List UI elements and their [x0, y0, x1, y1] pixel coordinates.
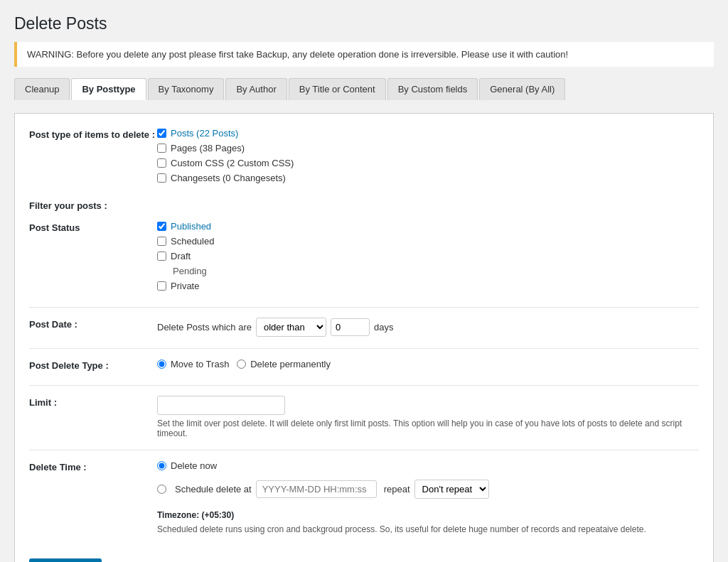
post-type-row: Post type of items to delete : Posts (22…	[29, 128, 699, 188]
tab-by-taxonomy[interactable]: By Taxonomy	[148, 78, 225, 100]
post-type-option-changesets: Changesets (0 Changesets)	[157, 173, 699, 183]
post-status-label-published[interactable]: Published	[171, 221, 211, 232]
warning-box: WARNING: Before you delete any post plea…	[14, 42, 714, 67]
post-type-label-posts[interactable]: Posts (22 Posts)	[171, 128, 238, 139]
schedule-delete-radio[interactable]	[157, 485, 166, 494]
page-title: Delete Posts	[14, 14, 714, 33]
delete-permanently-label[interactable]: Delete permanently	[250, 359, 331, 369]
timezone-label: Timezone: (+05:30)	[157, 510, 699, 520]
move-to-trash-radio[interactable]	[157, 360, 166, 369]
post-date-select[interactable]: older thannewer than	[256, 318, 326, 337]
post-status-pending-label: Pending	[173, 266, 699, 276]
post-delete-type-row: Post Delete Type : Move to Trash Delete …	[29, 359, 699, 374]
post-status-options: PublishedScheduledDraftPendingPrivate	[157, 221, 699, 296]
post-status-option-draft: Draft	[157, 251, 699, 261]
post-type-label-custom-css[interactable]: Custom CSS (2 Custom CSS)	[171, 158, 294, 168]
post-type-label-pages[interactable]: Pages (38 Pages)	[171, 143, 245, 153]
post-status-checkbox-scheduled[interactable]	[157, 237, 166, 246]
content-area: Post type of items to delete : Posts (22…	[14, 113, 714, 562]
post-type-checkbox-pages[interactable]	[157, 144, 166, 153]
delete-now-label[interactable]: Delete now	[171, 460, 217, 471]
limit-content: Set the limit over post delete. It will …	[157, 396, 699, 438]
schedule-delete-label[interactable]: Schedule delete at	[175, 484, 252, 495]
tab-by-title-or-content[interactable]: By Title or Content	[289, 78, 386, 100]
post-status-option-published: Published	[157, 221, 699, 232]
post-type-label-changesets[interactable]: Changesets (0 Changesets)	[171, 173, 286, 183]
delete-time-label: Delete Time :	[29, 460, 157, 472]
post-status-label-private[interactable]: Private	[171, 281, 199, 291]
timezone-note: Scheduled delete runs using cron and bac…	[157, 524, 697, 534]
repeat-select[interactable]: Don't repeatHourlyDailyWeekly	[414, 480, 489, 499]
post-status-row: Post Status PublishedScheduledDraftPendi…	[29, 221, 699, 296]
post-date-label: Post Date :	[29, 318, 157, 330]
tab-by-posttype[interactable]: By Posttype	[71, 78, 146, 100]
limit-row: Limit : Set the limit over post delete. …	[29, 396, 699, 438]
post-status-option-private: Private	[157, 281, 699, 291]
post-type-checkbox-posts[interactable]	[157, 129, 166, 138]
warning-text: WARNING: Before you delete any post plea…	[27, 49, 568, 60]
delete-time-row: Delete Time : Delete now Schedule delete…	[29, 460, 699, 534]
post-status-label: Post Status	[29, 221, 157, 233]
post-type-checkbox-custom-css[interactable]	[157, 158, 166, 168]
delete-time-content: Delete now Schedule delete at repeat Don…	[157, 460, 699, 534]
post-type-checkbox-changesets[interactable]	[157, 173, 166, 183]
post-delete-type-options: Move to Trash Delete permanently	[157, 359, 699, 374]
delete-now-radio[interactable]	[157, 461, 166, 470]
post-type-option-pages: Pages (38 Pages)	[157, 143, 699, 153]
post-status-label-draft[interactable]: Draft	[171, 251, 191, 261]
post-status-checkbox-private[interactable]	[157, 281, 166, 291]
post-date-content: Delete Posts which are older thannewer t…	[157, 318, 699, 337]
post-date-prefix: Delete Posts which are	[157, 322, 252, 333]
tab-cleanup[interactable]: Cleanup	[14, 78, 70, 100]
post-status-label-scheduled[interactable]: Scheduled	[171, 236, 214, 247]
post-status-checkbox-published[interactable]	[157, 222, 166, 231]
delete-posts-button[interactable]: Delete Posts	[29, 558, 102, 562]
post-status-checkbox-draft[interactable]	[157, 252, 166, 261]
limit-label: Limit :	[29, 396, 157, 408]
tab-general-by-all[interactable]: General (By All)	[479, 78, 565, 100]
schedule-datetime-input[interactable]	[256, 480, 377, 498]
limit-description: Set the limit over post delete. It will …	[157, 418, 697, 438]
post-type-option-custom-css: Custom CSS (2 Custom CSS)	[157, 158, 699, 168]
post-delete-type-label: Post Delete Type :	[29, 359, 157, 371]
delete-permanently-radio[interactable]	[237, 360, 246, 369]
post-status-option-scheduled: Scheduled	[157, 236, 699, 247]
post-date-row: Post Date : Delete Posts which are older…	[29, 318, 699, 337]
limit-input[interactable]	[157, 396, 285, 415]
post-date-suffix: days	[374, 322, 393, 333]
tab-by-custom-fields[interactable]: By Custom fields	[387, 78, 478, 100]
post-date-days-input[interactable]	[331, 318, 370, 336]
post-type-label: Post type of items to delete :	[29, 128, 157, 140]
filter-heading: Filter your posts :	[29, 200, 699, 211]
tabs-bar: CleanupBy PosttypeBy TaxonomyBy AuthorBy…	[14, 78, 714, 100]
post-type-options: Posts (22 Posts)Pages (38 Pages)Custom C…	[157, 128, 699, 188]
repeat-label: repeat	[384, 484, 410, 495]
tab-by-author[interactable]: By Author	[225, 78, 287, 100]
move-to-trash-label[interactable]: Move to Trash	[171, 359, 229, 369]
post-type-option-posts: Posts (22 Posts)	[157, 128, 699, 139]
